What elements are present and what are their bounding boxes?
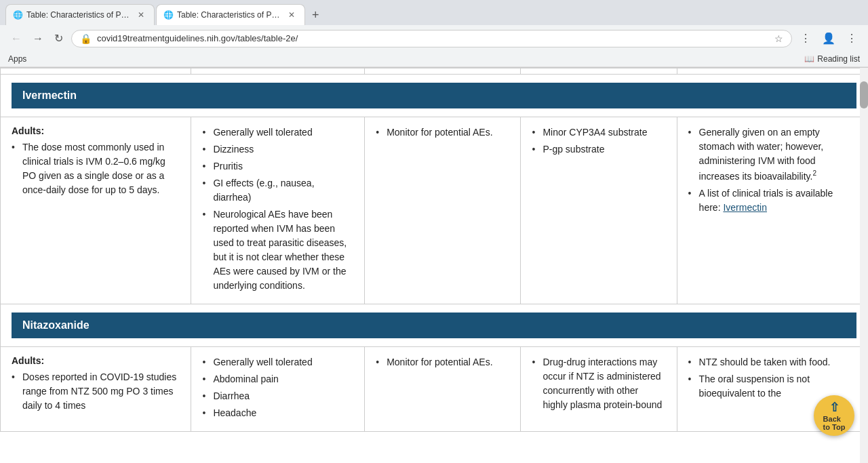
ivermectin-header-row: Ivermectin bbox=[1, 75, 868, 117]
nitazoxanide-di-item-1: Drug-drug interactions may occur if NTZ … bbox=[532, 355, 665, 412]
apps-bookmark[interactable]: Apps bbox=[8, 54, 26, 64]
apps-label: Apps bbox=[8, 54, 26, 64]
reload-button[interactable]: ↻ bbox=[52, 29, 66, 47]
nitazoxanide-dosing-item-1: Doses reported in COVID-19 studies range… bbox=[12, 370, 180, 413]
tab-2-title: Table: Characteristics of Potentia bbox=[177, 10, 283, 20]
ivermectin-dosing-list: The dose most commonly used in clinical … bbox=[12, 140, 180, 197]
nitazoxanide-monitoring-list: Monitor for potential AEs. bbox=[376, 355, 509, 369]
ivermectin-ae-item-1: Generally well tolerated bbox=[202, 125, 353, 140]
back-to-top-label: Backto Top bbox=[823, 415, 846, 431]
tab-1[interactable]: 🌐 Table: Characteristics of Potentia ✕ bbox=[5, 4, 155, 25]
nitazoxanide-header: Nitazoxanide bbox=[1, 304, 868, 347]
nitazoxanide-ae-item-1: Generally well tolerated bbox=[202, 355, 353, 369]
scrollbar[interactable] bbox=[860, 68, 868, 432]
ivermectin-monitoring-cell: Monitor for potential AEs. bbox=[365, 117, 521, 304]
bookmark-icon[interactable]: ☆ bbox=[774, 33, 783, 44]
browser-chrome: 🌐 Table: Characteristics of Potentia ✕ 🌐… bbox=[0, 0, 868, 68]
ivermectin-section-header: Ivermectin bbox=[12, 83, 856, 108]
reading-list-button[interactable]: 📖 Reading list bbox=[804, 54, 860, 64]
address-bar-row: ← → ↻ 🔒 covid19treatmentguidelines.nih.g… bbox=[0, 25, 868, 52]
user-button[interactable]: 👤 bbox=[819, 29, 838, 47]
nitazoxanide-ae-item-4: Headache bbox=[202, 406, 353, 420]
address-text: covid19treatmentguidelines.nih.gov/table… bbox=[97, 33, 769, 43]
tab-1-title: Table: Characteristics of Potentia bbox=[26, 10, 132, 20]
ivermectin-ae-cell: Generally well tolerated Dizziness Pruri… bbox=[191, 117, 365, 304]
ivermectin-di-list: Minor CYP3A4 substrate P-gp substrate bbox=[532, 125, 665, 157]
ivermectin-di-cell: Minor CYP3A4 substrate P-gp substrate bbox=[521, 117, 677, 304]
new-tab-button[interactable]: + bbox=[307, 5, 325, 25]
ivermectin-dosing-label: Adults: bbox=[12, 125, 180, 136]
ivermectin-other-item-2: A list of clinical trials is available h… bbox=[688, 186, 856, 215]
ivermectin-di-item-1: Minor CYP3A4 substrate bbox=[532, 125, 665, 140]
ivermectin-superscript: 2 bbox=[812, 169, 816, 177]
nitazoxanide-header-row: Nitazoxanide bbox=[1, 304, 868, 347]
ivermectin-other-list: Generally given on an empty stomach with… bbox=[688, 125, 856, 215]
ivermectin-ae-list: Generally well tolerated Dizziness Pruri… bbox=[202, 125, 353, 293]
nitazoxanide-dosing-list: Doses reported in COVID-19 studies range… bbox=[12, 370, 180, 413]
ivermectin-other-cell: Generally given on an empty stomach with… bbox=[677, 117, 867, 304]
lock-icon: 🔒 bbox=[80, 33, 92, 44]
top-border-cell-1 bbox=[1, 68, 191, 75]
settings-button[interactable]: ⋮ bbox=[844, 29, 860, 47]
ivermectin-ae-item-3: Pruritis bbox=[202, 159, 353, 174]
ivermectin-content-row: Adults: The dose most commonly used in c… bbox=[1, 117, 868, 304]
ivermectin-monitoring-list: Monitor for potential AEs. bbox=[376, 125, 509, 140]
back-to-top-arrow-icon: ⇧ bbox=[829, 400, 840, 415]
bookmarks-bar: Apps 📖 Reading list bbox=[0, 52, 868, 67]
back-to-top-button[interactable]: ⇧ Backto Top bbox=[814, 395, 854, 432]
ivermectin-di-item-2: P-gp substrate bbox=[532, 142, 665, 157]
reading-list-icon: 📖 bbox=[804, 54, 814, 64]
reading-list-label: Reading list bbox=[817, 54, 860, 64]
nitazoxanide-monitoring-cell: Monitor for potential AEs. bbox=[365, 347, 521, 432]
top-border-row bbox=[1, 68, 868, 75]
tab-1-favicon: 🌐 bbox=[13, 10, 22, 20]
nitazoxanide-di-cell: Drug-drug interactions may occur if NTZ … bbox=[521, 347, 677, 432]
nitazoxanide-content-row: Adults: Doses reported in COVID-19 studi… bbox=[1, 347, 868, 432]
nitazoxanide-dosing-label: Adults: bbox=[12, 355, 180, 366]
top-border-cell-4 bbox=[521, 68, 677, 75]
nitazoxanide-other-list: NTZ should be taken with food. The oral … bbox=[688, 355, 856, 401]
ivermectin-link[interactable]: Ivermectin bbox=[723, 202, 767, 213]
scrollbar-thumb[interactable] bbox=[860, 81, 868, 108]
back-button[interactable]: ← bbox=[8, 30, 24, 47]
ivermectin-ae-item-2: Dizziness bbox=[202, 142, 353, 157]
tab-2-favicon: 🌐 bbox=[163, 10, 173, 20]
ivermectin-monitoring-item-1: Monitor for potential AEs. bbox=[376, 125, 509, 140]
nitazoxanide-di-list: Drug-drug interactions may occur if NTZ … bbox=[532, 355, 665, 412]
tab-2-close[interactable]: ✕ bbox=[287, 9, 296, 21]
nitazoxanide-ae-item-3: Diarrhea bbox=[202, 389, 353, 403]
nitazoxanide-section-header: Nitazoxanide bbox=[12, 313, 856, 338]
ivermectin-ae-item-4: GI effects (e.g., nausea, diarrhea) bbox=[202, 176, 353, 205]
nitazoxanide-other-item-1: NTZ should be taken with food. bbox=[688, 355, 856, 369]
nitazoxanide-monitoring-item-1: Monitor for potential AEs. bbox=[376, 355, 509, 369]
tab-2[interactable]: 🌐 Table: Characteristics of Potentia ✕ bbox=[156, 4, 305, 25]
ivermectin-dosing-cell: Adults: The dose most commonly used in c… bbox=[1, 117, 191, 304]
address-bar[interactable]: 🔒 covid19treatmentguidelines.nih.gov/tab… bbox=[71, 30, 792, 47]
top-border-cell-2 bbox=[191, 68, 365, 75]
forward-button[interactable]: → bbox=[30, 30, 46, 47]
nitazoxanide-ae-cell: Generally well tolerated Abdominal pain … bbox=[191, 347, 365, 432]
nitazoxanide-ae-list: Generally well tolerated Abdominal pain … bbox=[202, 355, 353, 420]
page-content: Ivermectin Adults: The dose most commonl… bbox=[0, 68, 868, 432]
top-border-cell-5 bbox=[677, 68, 867, 75]
ivermectin-ae-item-5: Neurological AEs have been reported when… bbox=[202, 207, 353, 293]
top-border-cell-3 bbox=[365, 68, 521, 75]
tab-bar: 🌐 Table: Characteristics of Potentia ✕ 🌐… bbox=[0, 0, 868, 25]
drug-table: Ivermectin Adults: The dose most commonl… bbox=[0, 68, 868, 432]
nitazoxanide-dosing-cell: Adults: Doses reported in COVID-19 studi… bbox=[1, 347, 191, 432]
tab-1-close[interactable]: ✕ bbox=[136, 9, 146, 21]
nitazoxanide-ae-item-2: Abdominal pain bbox=[202, 372, 353, 386]
extensions-button[interactable]: ⋮ bbox=[797, 29, 814, 47]
ivermectin-header: Ivermectin bbox=[1, 75, 868, 117]
ivermectin-other-item-1: Generally given on an empty stomach with… bbox=[688, 125, 856, 184]
ivermectin-dosing-item-1: The dose most commonly used in clinical … bbox=[12, 140, 180, 197]
